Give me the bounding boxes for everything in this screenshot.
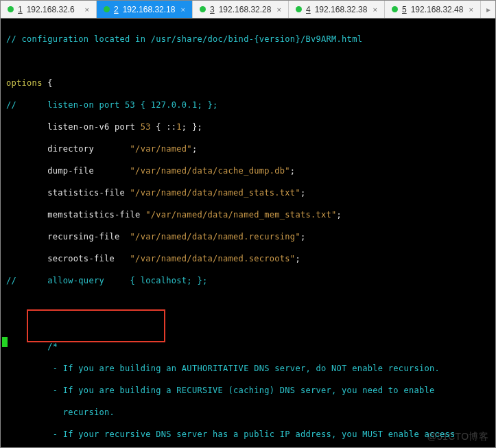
watermark: @51CTO博客 xyxy=(427,431,488,442)
tab-overflow-icon[interactable]: ▸ xyxy=(481,1,495,18)
tab-label: 192.168.32.38 xyxy=(315,5,368,14)
close-icon[interactable]: × xyxy=(469,5,473,14)
close-icon[interactable]: × xyxy=(373,5,377,14)
code-keyword: options xyxy=(6,78,47,88)
status-dot-icon xyxy=(200,6,206,12)
tab-label: 192.168.32.48 xyxy=(411,5,464,14)
terminal-editor[interactable]: // configuration located in /usr/share/d… xyxy=(1,19,495,447)
tab-index: 5 xyxy=(402,5,407,14)
tab-index: 2 xyxy=(114,5,119,14)
close-icon[interactable]: × xyxy=(277,5,281,14)
tab-2[interactable]: 2 192.168.32.18 × xyxy=(97,1,193,18)
status-dot-icon xyxy=(392,6,398,12)
tab-3[interactable]: 3 192.168.32.28 × xyxy=(193,1,289,18)
code-comment: // allow-query { localhost; }; xyxy=(6,276,207,285)
tab-label: 192.168.32.28 xyxy=(219,5,272,14)
tab-index: 4 xyxy=(306,5,311,14)
status-dot-icon xyxy=(296,6,302,12)
tab-bar: 1 192.168.32.6 × 2 192.168.32.18 × 3 192… xyxy=(1,1,495,19)
cursor-icon xyxy=(2,337,8,347)
tab-label: 192.168.32.6 xyxy=(27,5,75,14)
tab-label: 192.168.32.18 xyxy=(123,5,176,14)
tab-5[interactable]: 5 192.168.32.48 × xyxy=(385,1,481,18)
status-dot-icon xyxy=(104,6,110,12)
status-dot-icon xyxy=(8,6,14,12)
tab-1[interactable]: 1 192.168.32.6 × xyxy=(1,1,97,18)
code-comment: // listen-on port 53 { 127.0.0.1; }; xyxy=(6,100,218,110)
tab-4[interactable]: 4 192.168.32.38 × xyxy=(289,1,385,18)
code-comment: // configuration located in /usr/share/d… xyxy=(6,34,362,44)
close-icon[interactable]: × xyxy=(85,5,89,14)
close-icon[interactable]: × xyxy=(181,5,185,14)
tab-index: 3 xyxy=(210,5,215,14)
tab-index: 1 xyxy=(18,5,23,14)
